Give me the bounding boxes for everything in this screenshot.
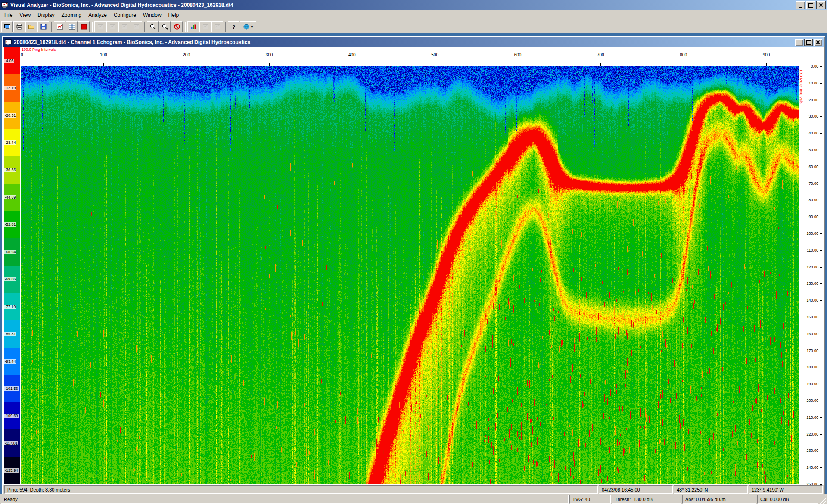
zoom-in-button[interactable] [147, 21, 159, 32]
generic-icon [109, 23, 116, 30]
depth-tick-label: 240.00 [806, 465, 818, 470]
depth-tick-label: 200.00 [806, 398, 818, 403]
analyze-chart-button[interactable] [187, 21, 199, 32]
minimize-icon [799, 7, 802, 8]
depth-tick-label: 120.00 [806, 265, 818, 269]
meter-ruler-label: 10.0 Meter Intervals [799, 69, 803, 104]
resize-grip[interactable] [819, 495, 826, 504]
dropdown-arrow-icon[interactable]: ▼ [251, 25, 254, 28]
echogram-view-button[interactable] [78, 21, 90, 32]
child-maximize-button[interactable] [804, 39, 813, 46]
child-window-controls [795, 39, 822, 46]
color-scale-segment: -69.06 [4, 266, 20, 293]
app-icon [1, 2, 8, 9]
child-close-button[interactable] [814, 39, 822, 46]
ping-tick-label: 400 [348, 53, 356, 57]
export-button[interactable] [25, 21, 37, 32]
color-scale-label: -52.81 [4, 222, 16, 227]
color-scale-label: -85.31 [4, 332, 16, 336]
depth-tick [820, 451, 822, 451]
menu-analyze[interactable]: Analyze [85, 10, 110, 20]
menu-help[interactable]: Help [165, 10, 183, 20]
child-status-bar: Ping: 594, Depth: 8.80 meters 04/23/08 1… [3, 485, 824, 494]
child-title-bar[interactable]: 20080423_162918.dt4 - Channel 1 Echogram… [3, 37, 824, 47]
echogram-canvas[interactable] [21, 66, 799, 484]
minimize-button[interactable] [796, 1, 805, 9]
depth-tick-label: 20.00 [808, 98, 818, 102]
depth-tick [820, 351, 822, 351]
meter-ruler: 10.0 Meter Intervals 0.0010.0020.0030.00… [799, 47, 823, 485]
color-scale-segment: -28.44 [4, 129, 20, 156]
echogram-client: -4.06-12.19-20.31-28.44-36.56-44.69-52.8… [3, 47, 824, 494]
tool-button-1 [94, 21, 106, 32]
child-minimize-icon [797, 44, 801, 44]
toolbar-separator [225, 22, 226, 32]
ping-tick [600, 63, 601, 66]
child-maximize-icon [806, 40, 811, 45]
depth-tick [820, 401, 822, 401]
grid-view-button[interactable] [66, 21, 78, 32]
save-button[interactable] [37, 21, 49, 32]
menu-file[interactable]: File [1, 10, 16, 20]
child-minimize-button[interactable] [795, 39, 803, 46]
close-icon [819, 3, 823, 7]
help-button[interactable]: ? [228, 21, 239, 32]
ping-ruler: 100.0 Ping Intervals 0100200300400500600… [21, 47, 799, 66]
close-button[interactable] [816, 1, 826, 9]
ping-tick [269, 63, 270, 66]
color-scale-segment: -101.56 [4, 375, 20, 402]
color-scale-segment: -117.81 [4, 429, 20, 457]
open-file-button[interactable] [1, 21, 13, 32]
window-title: Visual Analyzer - BioSonics, Inc. - Adva… [10, 2, 793, 8]
depth-tick [820, 300, 822, 301]
ping-tick [103, 63, 104, 66]
color-scale-segment: -109.69 [4, 402, 20, 429]
tool-button-4 [131, 21, 142, 32]
generic-icon [133, 23, 140, 30]
print-icon [16, 23, 23, 30]
zoom-in-icon [149, 23, 156, 30]
latitude-readout: 48° 31.2250' N [674, 485, 748, 494]
depth-tick [820, 283, 822, 284]
zoom-out-button[interactable] [159, 21, 171, 32]
menu-window[interactable]: Window [140, 10, 165, 20]
depth-tick [820, 434, 822, 435]
depth-cursor-vline [799, 66, 799, 81]
toolbar: ?▼ [0, 20, 827, 33]
depth-tick [820, 100, 822, 100]
toolbar-separator [185, 22, 186, 32]
depth-tick [820, 417, 822, 418]
depth-tick-label: 80.00 [808, 198, 818, 202]
maximize-button[interactable] [806, 1, 815, 9]
echogram-window: 20080423_162918.dt4 - Channel 1 Echogram… [2, 36, 825, 495]
title-bar[interactable]: Visual Analyzer - BioSonics, Inc. - Adva… [0, 0, 827, 10]
color-scale-segment: -85.31 [4, 320, 20, 347]
menu-view[interactable]: View [16, 10, 34, 20]
ping-depth-readout: Ping: 594, Depth: 8.80 meters [4, 485, 598, 494]
depth-tick-label: 210.00 [806, 415, 818, 420]
depth-tick-label: 70.00 [808, 181, 818, 186]
menu-display[interactable]: Display [34, 10, 58, 20]
depth-tick-label: 30.00 [808, 114, 818, 118]
depth-tick-label: 10.00 [808, 81, 818, 85]
playback-button[interactable]: ▼ [240, 21, 256, 32]
color-scale-label: -125.94 [4, 468, 19, 473]
toolbar-separator [51, 22, 52, 32]
ping-tick-label: 900 [763, 53, 770, 57]
color-scale-segment: -60.94 [4, 238, 20, 265]
chart-view-button[interactable] [54, 21, 65, 32]
color-scale-label: -93.44 [4, 359, 16, 364]
depth-tick [820, 116, 822, 117]
color-scale: -4.06-12.19-20.31-28.44-36.56-44.69-52.8… [4, 47, 20, 484]
color-scale-label: -36.56 [4, 168, 16, 172]
ping-elapsed-line [21, 47, 513, 47]
status-thresh: Thresh: -130.0 dB [612, 495, 681, 504]
print-button[interactable] [13, 21, 25, 32]
depth-tick [820, 200, 822, 200]
menu-configure[interactable]: Configure [110, 10, 140, 20]
tool-button-3 [118, 21, 130, 32]
ping-ruler-label: 100.0 Ping Intervals [22, 47, 56, 52]
zoom-cancel-button[interactable] [171, 21, 183, 32]
menu-zooming[interactable]: Zooming [58, 10, 85, 20]
help-icon: ? [230, 23, 237, 30]
